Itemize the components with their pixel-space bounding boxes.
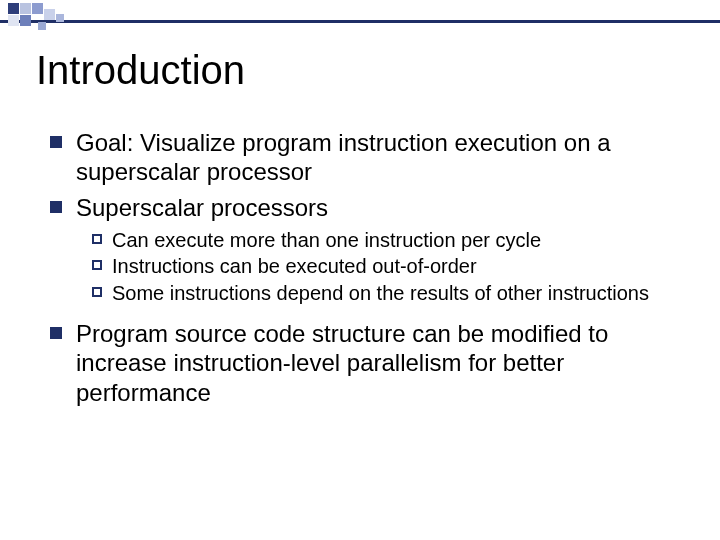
decoration-square: [44, 9, 55, 20]
sub-bullet-text: Some instructions depend on the results …: [112, 281, 649, 305]
bullet-level1: Program source code structure can be mod…: [50, 319, 670, 407]
sub-bullet-group: Can execute more than one instruction pe…: [92, 228, 670, 305]
decoration-square: [32, 3, 43, 14]
decoration-square: [56, 14, 64, 22]
decoration-square: [8, 3, 19, 14]
slide-decoration: [0, 0, 720, 30]
filled-square-icon: [50, 136, 62, 148]
bullet-level1: Superscalar processors: [50, 193, 670, 222]
sub-bullet-text: Can execute more than one instruction pe…: [112, 228, 541, 252]
decoration-square: [38, 22, 46, 30]
hollow-square-icon: [92, 234, 102, 244]
bullet-text: Program source code structure can be mod…: [76, 319, 670, 407]
hollow-square-icon: [92, 260, 102, 270]
filled-square-icon: [50, 201, 62, 213]
slide-body: Goal: Visualize program instruction exec…: [50, 128, 670, 413]
bullet-level2: Some instructions depend on the results …: [92, 281, 670, 305]
decoration-square: [8, 15, 19, 26]
sub-bullet-text: Instructions can be executed out-of-orde…: [112, 254, 477, 278]
slide-title: Introduction: [36, 48, 245, 93]
filled-square-icon: [50, 327, 62, 339]
bullet-level2: Can execute more than one instruction pe…: [92, 228, 670, 252]
bullet-text: Superscalar processors: [76, 193, 328, 222]
bullet-text: Goal: Visualize program instruction exec…: [76, 128, 670, 187]
bullet-level1: Goal: Visualize program instruction exec…: [50, 128, 670, 187]
hollow-square-icon: [92, 287, 102, 297]
decoration-bar: [0, 20, 720, 23]
decoration-square: [20, 3, 31, 14]
bullet-level2: Instructions can be executed out-of-orde…: [92, 254, 670, 278]
decoration-square: [20, 15, 31, 26]
